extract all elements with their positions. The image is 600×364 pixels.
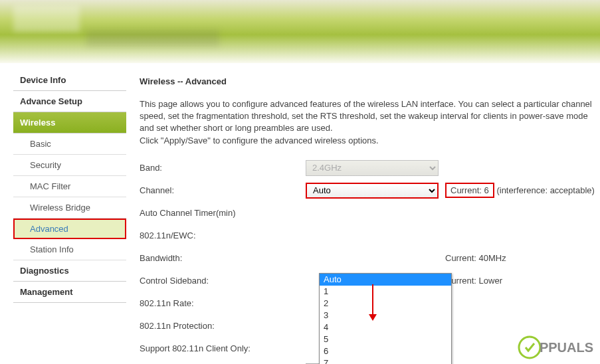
title-sep: -- (175, 76, 185, 86)
title-prefix: Wireless (140, 76, 175, 86)
sidebar-sub-wireless-bridge[interactable]: Wireless Bridge (13, 197, 126, 219)
sidebar-sub-advanced[interactable]: Advanced (13, 219, 126, 239)
channel-interference: (interference: acceptable) (494, 185, 595, 195)
watermark: PPUALS (516, 334, 593, 361)
watermark-text: PPUALS (540, 340, 593, 355)
dropdown-option-6[interactable]: 6 (320, 345, 451, 357)
sidebar-sub-basic[interactable]: Basic (13, 134, 126, 155)
watermark-icon (516, 334, 543, 361)
channel-current: Current: 6 (interference: acceptable) (445, 183, 595, 198)
channel-label: Channel: (140, 185, 306, 195)
n-client-label: Support 802.11n Client Only: (140, 343, 306, 353)
channel-select[interactable]: Auto (306, 183, 439, 199)
dropdown-option-1[interactable]: 1 (320, 286, 451, 298)
page-title: Wireless -- Advanced (140, 76, 600, 86)
desc-line2: Click "Apply/Save" to configure the adva… (140, 135, 600, 147)
bandwidth-current: Current: 40MHz (445, 253, 506, 263)
sidebar-sub-station-info[interactable]: Station Info (13, 239, 126, 260)
n-ewc-label: 802.11n/EWC: (140, 230, 306, 240)
svg-point-0 (519, 337, 540, 358)
dropdown-option-auto[interactable]: Auto (320, 274, 451, 286)
channel-current-box: Current: 6 (445, 183, 494, 198)
sideband-label: Control Sideband: (140, 276, 306, 286)
dropdown-option-2[interactable]: 2 (320, 298, 451, 310)
logo-subtext (86, 30, 219, 46)
page-description: This page allows you to configure advanc… (140, 98, 600, 147)
n-protect-label: 802.11n Protection: (140, 321, 306, 331)
sidebar-item-management[interactable]: Management (13, 282, 126, 303)
dropdown-option-5[interactable]: 5 (320, 333, 451, 345)
sidebar-sub-security[interactable]: Security (13, 155, 126, 176)
dropdown-option-7[interactable]: 7 (320, 357, 451, 364)
dropdown-option-4[interactable]: 4 (320, 321, 451, 333)
desc-line1: This page allows you to configure advanc… (140, 98, 600, 135)
auto-timer-label: Auto Channel Timer(min) (140, 208, 306, 218)
dropdown-option-3[interactable]: 3 (320, 310, 451, 321)
sidebar-nav: Device Info Advance Setup Wireless Basic… (0, 63, 126, 364)
sidebar-item-diagnostics[interactable]: Diagnostics (13, 260, 126, 282)
bandwidth-label: Bandwidth: (140, 253, 306, 263)
band-select[interactable]: 2.4GHz (306, 160, 439, 176)
sidebar-item-advance-setup[interactable]: Advance Setup (13, 91, 126, 112)
sidebar-item-device-info[interactable]: Device Info (13, 70, 126, 91)
n-rate-label: 802.11n Rate: (140, 298, 306, 308)
sideband-current: Current: Lower (445, 276, 502, 286)
sidebar-item-wireless[interactable]: Wireless (13, 112, 126, 134)
logo (13, 5, 80, 32)
title-main: Advanced (185, 76, 227, 86)
channel-dropdown: Auto 1 2 3 4 5 6 7 8 9 10 11 (319, 273, 452, 364)
page-header (0, 0, 600, 63)
band-label: Band: (140, 163, 306, 173)
sidebar-sub-mac-filter[interactable]: MAC Filter (13, 176, 126, 197)
